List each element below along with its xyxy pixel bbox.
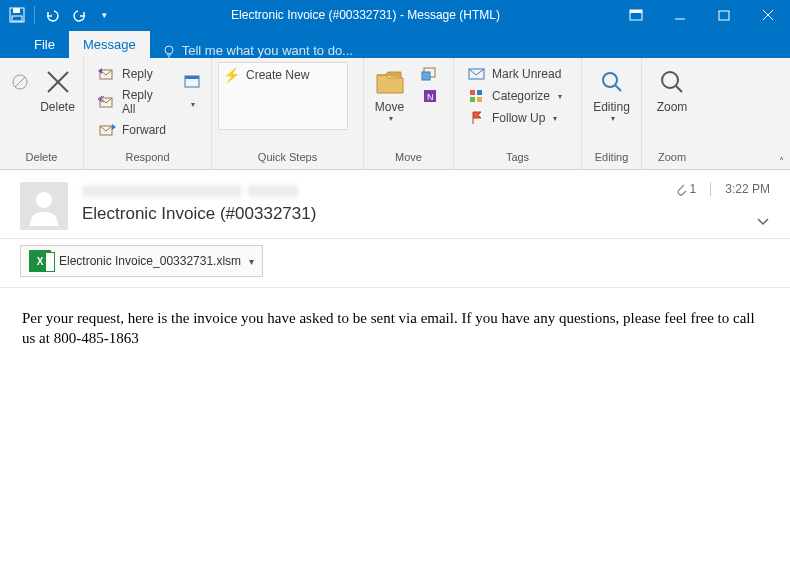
- follow-up-label: Follow Up: [492, 111, 545, 125]
- editing-label: Editing: [593, 100, 630, 114]
- group-zoom: Zoom Zoom: [642, 58, 702, 169]
- collapse-ribbon-button[interactable]: ˄: [779, 156, 784, 167]
- quick-access-toolbar: ▾: [0, 4, 117, 26]
- onenote-icon: N: [421, 88, 439, 104]
- svg-rect-26: [470, 90, 475, 95]
- svg-rect-20: [185, 76, 199, 79]
- ribbon-tabs: File Message Tell me what you want to do…: [0, 30, 790, 58]
- svg-line-13: [15, 77, 25, 87]
- quick-steps-gallery[interactable]: ⚡ Create New: [218, 62, 348, 130]
- attachment-filename: Electronic Invoice_00332731.xlsm: [59, 254, 241, 268]
- svg-rect-22: [422, 72, 430, 80]
- window-title: Electronic Invoice (#00332731) - Message…: [117, 8, 614, 22]
- undo-button[interactable]: [41, 4, 63, 26]
- reply-icon: [98, 66, 116, 82]
- mail-icon: [468, 66, 486, 82]
- ribbon-display-options[interactable]: [614, 0, 658, 30]
- tell-me-label: Tell me what you want to do...: [182, 43, 353, 58]
- attachment-menu-chevron[interactable]: ▾: [249, 256, 254, 267]
- folder-icon: [375, 69, 405, 95]
- quick-step-create-new[interactable]: ⚡ Create New: [223, 67, 309, 83]
- group-label-tags: Tags: [460, 151, 575, 169]
- save-button[interactable]: [6, 4, 28, 26]
- sender-name-redacted: [82, 185, 242, 197]
- minimize-button[interactable]: [658, 0, 702, 30]
- bolt-icon: ⚡: [223, 67, 240, 83]
- rules-button[interactable]: [417, 64, 443, 84]
- rules-icon: [421, 66, 439, 82]
- svg-point-34: [36, 192, 52, 208]
- title-bar: ▾ Electronic Invoice (#00332731) - Messa…: [0, 0, 790, 30]
- find-icon: [599, 69, 625, 95]
- delete-icon: [44, 68, 72, 96]
- move-label: Move: [375, 100, 404, 114]
- group-editing: Editing ▾ Editing: [582, 58, 642, 169]
- mark-unread-button[interactable]: Mark Unread: [464, 64, 566, 84]
- categorize-button[interactable]: Categorize▾: [464, 86, 566, 106]
- ribbon: Delete Delete Reply Reply All Forward: [0, 58, 790, 170]
- close-button[interactable]: [746, 0, 790, 30]
- message-time: 3:22 PM: [725, 182, 770, 196]
- zoom-icon: [659, 69, 685, 95]
- mark-unread-label: Mark Unread: [492, 67, 561, 81]
- svg-point-9: [165, 46, 173, 54]
- paperclip-icon: [675, 182, 687, 196]
- more-respond-button[interactable]: ▾: [179, 62, 205, 113]
- delete-button[interactable]: Delete: [38, 62, 77, 118]
- reply-all-label: Reply All: [122, 88, 167, 116]
- forward-button[interactable]: Forward: [94, 120, 171, 140]
- maximize-button[interactable]: [702, 0, 746, 30]
- sender-avatar: [20, 182, 68, 230]
- forward-label: Forward: [122, 123, 166, 137]
- svg-rect-6: [719, 11, 729, 20]
- attachment-indicator: 1: [675, 182, 697, 196]
- message-meta: 1 3:22 PM: [675, 182, 770, 196]
- separator: [710, 182, 711, 196]
- group-label-respond: Respond: [90, 151, 205, 169]
- svg-line-31: [615, 85, 621, 91]
- tab-message[interactable]: Message: [69, 31, 150, 58]
- forward-icon: [98, 122, 116, 138]
- group-label-zoom: Zoom: [648, 151, 696, 169]
- attachment-chip[interactable]: X Electronic Invoice_00332731.xlsm ▾: [20, 245, 263, 277]
- delete-label: Delete: [40, 100, 75, 114]
- group-quick-steps: ⚡ Create New Quick Steps: [212, 58, 364, 169]
- message-subject: Electronic Invoice (#00332731): [82, 204, 770, 224]
- redo-button[interactable]: [69, 4, 91, 26]
- attachments-bar: X Electronic Invoice_00332731.xlsm ▾: [0, 239, 790, 288]
- onenote-button[interactable]: N: [417, 86, 443, 106]
- reply-label: Reply: [122, 67, 153, 81]
- svg-text:N: N: [427, 92, 434, 102]
- ignore-button[interactable]: [6, 62, 34, 104]
- group-tags: Mark Unread Categorize▾ Follow Up▾ Tags: [454, 58, 582, 169]
- svg-rect-4: [630, 10, 642, 13]
- group-label-quicksteps: Quick Steps: [218, 151, 357, 169]
- message-body: Per your request, here is the invoice yo…: [0, 288, 790, 369]
- editing-button[interactable]: Editing ▾: [588, 62, 635, 127]
- categorize-icon: [468, 88, 486, 104]
- reply-button[interactable]: Reply: [94, 64, 171, 84]
- group-label-editing: Editing: [588, 151, 635, 169]
- zoom-button[interactable]: Zoom: [648, 62, 696, 118]
- group-label-move: Move: [370, 151, 447, 169]
- svg-line-33: [676, 86, 682, 92]
- excel-icon: X: [29, 250, 51, 272]
- tab-file[interactable]: File: [20, 31, 69, 58]
- qat-customize[interactable]: ▾: [97, 4, 111, 26]
- flag-icon: [468, 110, 486, 126]
- categorize-label: Categorize: [492, 89, 550, 103]
- group-move: Move ▾ N Move: [364, 58, 454, 169]
- expand-header-button[interactable]: [756, 216, 770, 230]
- follow-up-button[interactable]: Follow Up▾: [464, 108, 566, 128]
- reply-all-button[interactable]: Reply All: [94, 86, 171, 118]
- lightbulb-icon: [162, 44, 176, 58]
- svg-rect-1: [13, 8, 20, 13]
- move-button[interactable]: Move ▾: [370, 62, 409, 127]
- tell-me-search[interactable]: Tell me what you want to do...: [150, 43, 365, 58]
- group-respond: Reply Reply All Forward ▾ Respond: [84, 58, 212, 169]
- svg-rect-27: [477, 90, 482, 95]
- create-new-label: Create New: [246, 68, 309, 82]
- svg-rect-29: [477, 97, 482, 102]
- group-label-delete: Delete: [6, 151, 77, 169]
- from-row: [82, 182, 770, 200]
